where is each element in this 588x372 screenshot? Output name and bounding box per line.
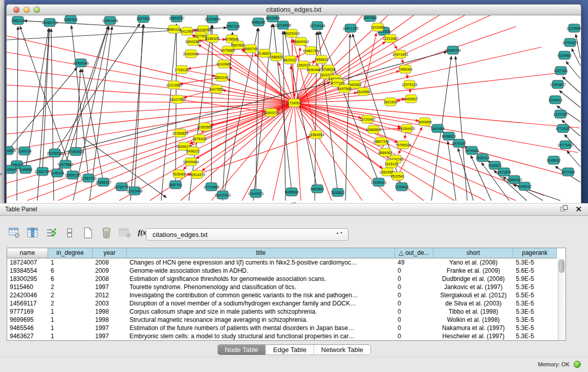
column-header-in_degree[interactable]: in_degree — [48, 248, 93, 258]
graph-node-label: 8471876 — [497, 170, 511, 174]
graph-node-label: 15716485 — [203, 185, 219, 189]
graph-node-label: 11125480 — [567, 27, 581, 30]
table-cell: 0 — [395, 275, 433, 283]
graph-node-label: 12342757 — [34, 170, 50, 173]
node-table[interactable]: namein_degreeyeartitle△ out_de...shortpa… — [7, 248, 566, 341]
graph-node-label: 7857224 — [226, 25, 239, 28]
graph-node-label: 20053346 — [73, 61, 89, 65]
graph-edge — [471, 156, 491, 201]
table-row[interactable]: 969969511998Structural magnetic resonanc… — [7, 316, 565, 324]
graph-node-label: 9245012 — [517, 185, 531, 188]
table-cell: 2 — [48, 291, 93, 299]
table-cell: Yano et al. (2008) — [433, 258, 513, 267]
table-row[interactable]: 911546021997Tourette syndrome. Phenomeno… — [7, 283, 565, 291]
graph-node-label: 10688609 — [365, 128, 381, 132]
graph-node-label: 19218506 — [275, 24, 291, 27]
network-window-titlebar[interactable]: citations_edges.txt — [6, 4, 581, 15]
table-cell: Corpus callosum shape and size in male p… — [127, 308, 395, 316]
column-header-name[interactable]: name — [7, 248, 48, 258]
scrollbar-thumb[interactable] — [559, 259, 564, 273]
graph-edge — [55, 24, 140, 153]
graph-node-label: 15751874 — [562, 41, 578, 45]
delete-column-icon[interactable] — [100, 227, 113, 239]
tab-node-table[interactable]: Node Table — [217, 345, 266, 355]
show-column-icon[interactable] — [27, 227, 39, 239]
minimize-window-button[interactable] — [24, 7, 30, 13]
table-cell: 9699695 — [7, 316, 48, 324]
graph-node-label: 8427552 — [209, 87, 223, 91]
graph-node-label: 12353559 — [197, 125, 212, 129]
panel-resize-handle[interactable]: ▴ ▾ — [291, 202, 297, 206]
table-cell: 0 — [395, 332, 433, 340]
network-window[interactable]: citations_edges.txt 17240041982114240557… — [6, 4, 581, 203]
table-cell: 5.3E-5 — [513, 324, 557, 332]
column-header-short[interactable]: short — [433, 248, 513, 258]
graph-node-label: 7485063 — [398, 68, 412, 71]
table-cell: de Silva et al. (2003) — [433, 299, 513, 308]
table-cell: 49 — [395, 258, 433, 267]
graph-node-label: 16640910 — [293, 40, 309, 43]
create-column-icon[interactable] — [82, 227, 94, 239]
column-header-pagerank[interactable]: pagerank — [513, 248, 557, 258]
graph-node-label: 1821600 — [383, 100, 397, 104]
table-row[interactable]: 946554611997Estimation of the future num… — [7, 324, 565, 332]
tab-edge-table[interactable]: Edge Table — [266, 345, 314, 355]
table-row[interactable]: 1830029562008Estimation of significance … — [7, 275, 565, 283]
table-row[interactable]: 2242004622012Investigating the contribut… — [7, 291, 565, 299]
table-selector-dropdown[interactable]: citations_edges.txt ▲ ▼ — [146, 228, 349, 241]
table-row[interactable]: 1456911722003Disruption of a novel membe… — [7, 299, 565, 308]
delete-table-icon — [119, 227, 131, 239]
table-cell: 0 — [395, 283, 433, 291]
graph-node-label: 16773422 — [557, 143, 573, 147]
table-mode-icon[interactable] — [8, 227, 20, 239]
graph-node-label: 6466160 — [251, 20, 265, 24]
column-header-out_de[interactable]: △ out_de... — [395, 248, 433, 258]
left-panel-divider[interactable]: ▸ — [0, 0, 5, 203]
graph-node-label: 16914479 — [189, 173, 205, 177]
table-row[interactable]: 1872400712008Changes of HCN gene express… — [7, 258, 565, 267]
graph-node-label: 8454749 — [244, 47, 257, 51]
select-attributes-icon[interactable] — [45, 227, 57, 239]
table-row[interactable]: 946362711997Embryonic stem cells: a mode… — [7, 332, 565, 340]
table-tabs: Node TableEdge TableNetwork Table — [217, 344, 371, 355]
graph-node-label: 8938923 — [442, 135, 455, 138]
table-cell: 1 — [48, 316, 93, 324]
row-height-icon[interactable] — [63, 227, 76, 239]
graph-node-label: 2867608 — [231, 43, 245, 47]
table-cell: 18300295 — [7, 275, 48, 283]
graph-node-label: 10719185 — [309, 24, 325, 28]
table-cell: 1998 — [93, 308, 127, 316]
network-canvas[interactable]: 1724004198211424055724148250620691406152… — [6, 15, 581, 203]
table-cell: Franke et al. (2009) — [433, 267, 513, 275]
table-panel-header[interactable]: ▴ ▾ Table Panel ✕ — [0, 203, 588, 216]
tab-network-table[interactable]: Network Table — [314, 345, 371, 355]
table-cell: 1997 — [93, 324, 127, 332]
table-row[interactable]: 977716911998Corpus callosum shape and si… — [7, 308, 565, 316]
table-cell: 1 — [48, 332, 93, 340]
table-cell: 5.3E-5 — [513, 258, 557, 267]
table-cell: 0 — [395, 299, 433, 308]
table-cell: 22420046 — [7, 291, 48, 299]
graph-node-label: 13505135 — [64, 173, 80, 177]
graph-node-label: 2522541 — [390, 174, 404, 178]
table-cell: 14569117 — [7, 299, 48, 308]
graph-node-label: 9146821 — [257, 52, 271, 55]
graph-node-label: 15720407 — [359, 118, 375, 121]
zoom-window-button[interactable] — [34, 7, 40, 13]
column-header-year[interactable]: year — [93, 248, 127, 258]
close-panel-icon[interactable]: ✕ — [575, 205, 582, 213]
panel-collapse-arrow[interactable]: ▸ — [1, 172, 3, 176]
citation-network-graph[interactable]: 1724004198211424055724148250620691406152… — [7, 15, 581, 203]
table-scrollbar[interactable] — [558, 258, 565, 340]
graph-node-label: 16154923 — [399, 127, 415, 130]
graph-node-label: 6794028 — [321, 68, 335, 71]
table-cell: Estimation of significance thresholds fo… — [127, 275, 395, 283]
close-window-button[interactable] — [13, 7, 19, 13]
column-header-title[interactable]: title — [127, 248, 395, 258]
graph-node-label: 16782759 — [114, 185, 129, 189]
graph-edge — [455, 56, 467, 201]
float-panel-icon[interactable] — [560, 205, 569, 213]
graph-node-label: 1588520 — [269, 55, 283, 59]
table-cell: 5.9E-5 — [513, 275, 557, 283]
table-row[interactable]: 1938455462009Genome-wide association stu… — [7, 267, 565, 275]
